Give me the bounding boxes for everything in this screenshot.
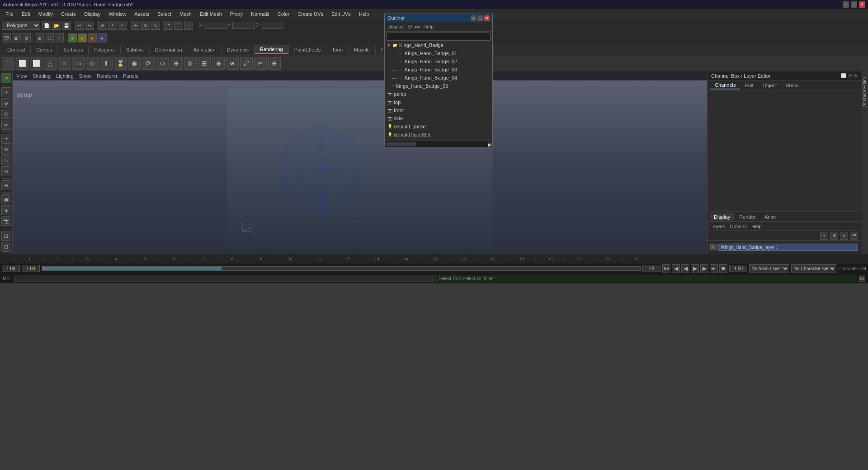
vp-show-menu[interactable]: Show [79, 73, 92, 79]
shelf-plane[interactable]: ▭ [72, 57, 85, 70]
menu-edit-uvs[interactable]: Edit UVs [328, 10, 354, 18]
universal-tool-icon[interactable]: ⊛ [1, 166, 11, 176]
outliner-row-badge05[interactable]: ○ Kings_Hand_Badge_05 [385, 82, 492, 90]
tab-channels[interactable]: Channels [710, 81, 740, 89]
maximize-button[interactable]: □ [851, 1, 857, 8]
subtab-options[interactable]: Options [730, 224, 747, 229]
tab-painteffects[interactable]: PaintEffects [289, 46, 327, 54]
menu-assets[interactable]: Assets [131, 10, 153, 18]
move-icon[interactable]: ✛ [131, 21, 140, 30]
vp-view-menu[interactable]: View [16, 73, 27, 79]
sculpt-icon[interactable]: ✏ [1, 120, 11, 130]
save-file-icon[interactable]: 💾 [62, 21, 71, 30]
select-icon[interactable]: ↗ [1, 73, 11, 83]
light3-icon[interactable]: ● [98, 33, 107, 42]
soft-select-icon[interactable]: ◎ [1, 109, 11, 119]
tab-anim[interactable]: Anim [761, 213, 779, 221]
layer-new-icon[interactable]: + [820, 232, 828, 240]
shelf-bridge[interactable]: ⌛ [114, 57, 127, 70]
menu-modify[interactable]: Modify [35, 10, 57, 18]
minimize-button[interactable]: ─ [843, 1, 849, 8]
undo-icon[interactable]: ↩ [75, 21, 84, 30]
x-coord-input[interactable] [204, 22, 226, 29]
shelf-smooth[interactable]: ⟳ [142, 57, 155, 70]
move-tool-icon[interactable]: ✛ [1, 134, 11, 144]
shelf-subdiv[interactable]: ◈ [212, 57, 225, 70]
snap-grid-icon[interactable]: # [164, 21, 173, 30]
vp-renderer-menu[interactable]: Renderer [97, 73, 118, 79]
tab-subdivs[interactable]: Subdivs [121, 46, 150, 54]
range-start-input[interactable] [2, 265, 20, 272]
tab-edit[interactable]: Edit [740, 82, 758, 89]
z-coord-input[interactable] [261, 22, 283, 29]
layer-visibility-button[interactable]: V [710, 244, 717, 250]
subtab-help[interactable]: Help [751, 224, 762, 229]
shelf-boolean[interactable]: ⊞ [198, 57, 211, 70]
new-file-icon[interactable]: 📄 [42, 21, 51, 30]
play-forward-btn[interactable]: ▶ [691, 264, 699, 273]
paint-select-icon[interactable]: ⊕ [1, 98, 11, 108]
outliner-display-menu[interactable]: Display [387, 24, 404, 29]
channel-box-icon2[interactable]: ⊞ [848, 73, 852, 78]
display-prefs-icon[interactable]: ⊟ [1, 242, 11, 252]
outliner-minimize-btn[interactable]: ─ [471, 15, 476, 21]
record-btn[interactable]: ⏺ [719, 264, 727, 273]
menu-proxy[interactable]: Proxy [226, 10, 246, 18]
anim-layer-dropdown[interactable]: No Anim Layer [749, 264, 789, 273]
outliner-scroll-right[interactable]: ▶ [488, 142, 492, 146]
outliner-row-badge03[interactable]: — ○ Kings_Hand_Badge_03 [385, 66, 492, 74]
collapse-icon[interactable]: ▼ [387, 43, 391, 48]
lasso-icon[interactable]: ⌖ [108, 21, 117, 30]
outliner-row-badge04[interactable]: — ○ Kings_Hand_Badge_04 [385, 74, 492, 82]
playback-range-track[interactable] [42, 266, 641, 271]
vp-shading-menu[interactable]: Shading [33, 73, 51, 79]
shelf-cube[interactable]: ⬜ [16, 57, 28, 70]
vp-lighting-menu[interactable]: Lighting [56, 73, 74, 79]
outliner-row-badge02[interactable]: — ○ Kings_Hand_Badge_02 [385, 57, 492, 66]
mode-selector[interactable]: Polygons Surfaces Dynamics Rendering [2, 21, 40, 30]
light2-icon[interactable]: ● [88, 33, 97, 42]
vp-panels-menu[interactable]: Panels [123, 73, 138, 79]
menu-create-uvs[interactable]: Create UVs [294, 10, 327, 18]
snap-to-surface-icon[interactable]: ▣ [1, 194, 11, 204]
snap-point-icon[interactable]: · [184, 21, 193, 30]
jump-end-btn[interactable]: ⏭ [710, 264, 718, 273]
quick-layout-icon[interactable]: ⊞ [1, 231, 11, 241]
render-settings-icon[interactable]: ⚙ [22, 33, 31, 42]
outliner-row-front[interactable]: 📷 front [385, 106, 492, 114]
tab-display[interactable]: Display [710, 213, 734, 221]
shelf-merge[interactable]: ⊕ [268, 57, 281, 70]
open-file-icon[interactable]: 📂 [52, 21, 61, 30]
outliner-row-side[interactable]: 📷 side [385, 114, 492, 122]
shelf-separate[interactable]: ⊗ [184, 57, 197, 70]
step-back-btn[interactable]: ◀ [672, 264, 680, 273]
shelf-split[interactable]: ✂ [254, 57, 267, 70]
menu-select[interactable]: Select [154, 10, 175, 18]
tab-dynamics[interactable]: Dynamics [222, 46, 255, 54]
smooth-icon[interactable]: ○ [55, 33, 64, 42]
tab-muscle[interactable]: Muscle [349, 46, 376, 54]
menu-help[interactable]: Help [355, 10, 373, 18]
shelf-torus[interactable]: ○ [58, 57, 71, 70]
channel-box-icon1[interactable]: ⬜ [841, 73, 846, 78]
subtab-layers[interactable]: Layers [710, 224, 725, 229]
tab-rendering[interactable]: Rendering [255, 45, 289, 54]
wireframe-icon[interactable]: ⬡ [45, 33, 54, 42]
snap-curve-icon[interactable]: ⌒ [174, 21, 183, 30]
outliner-row-persp[interactable]: 📷 persp [385, 90, 492, 98]
tab-animation[interactable]: Animation [188, 46, 222, 54]
scale-tool-icon[interactable]: ⤡ [1, 155, 11, 165]
paint-icon[interactable]: ✏ [118, 21, 127, 30]
menu-mesh[interactable]: Mesh [176, 10, 195, 18]
channel-box-icon3[interactable]: ⊗ [854, 73, 857, 78]
shelf-fill-hole[interactable]: ◉ [128, 57, 141, 70]
menu-file[interactable]: File [2, 10, 17, 18]
current-frame-input[interactable] [22, 265, 40, 272]
menu-edit[interactable]: Edit [18, 10, 34, 18]
shelf-sculpt[interactable]: 🖊 [240, 57, 253, 70]
rotate-icon[interactable]: ↻ [141, 21, 150, 30]
render-icon[interactable]: 🎬 [2, 33, 11, 42]
layer-bar[interactable]: /Kings_Hand_Badge_layer 1 [718, 244, 858, 251]
camera-tool-icon[interactable]: 📷 [1, 216, 11, 226]
shelf-crease[interactable]: ≋ [226, 57, 239, 70]
